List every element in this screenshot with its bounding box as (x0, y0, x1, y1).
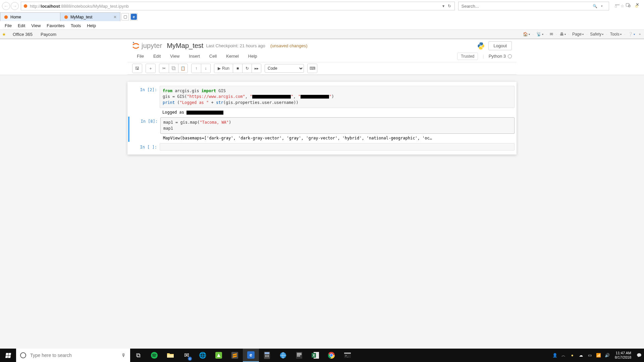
menu-help[interactable]: Help (84, 22, 99, 29)
window-minimize-icon[interactable]: — (615, 2, 620, 7)
spotify-icon[interactable] (146, 349, 162, 362)
home-dropdown[interactable]: 🏠 ▾ (522, 32, 531, 37)
menu-view[interactable]: View (29, 22, 43, 29)
svg-rect-18 (297, 353, 302, 354)
start-button[interactable] (0, 349, 16, 362)
new-tab-button[interactable]: ▢ (121, 13, 129, 20)
menu-favorites[interactable]: Favorites (44, 22, 67, 29)
search-icon[interactable]: 🔍 (593, 4, 597, 8)
restart-button[interactable]: ↻ (242, 64, 252, 73)
globe-icon[interactable]: 🌐 (195, 349, 211, 362)
search-dropdown-icon[interactable]: ▾ (601, 4, 603, 8)
favlink-paycom[interactable]: Paycom (37, 31, 60, 38)
add-cell-button[interactable]: ＋ (146, 64, 155, 73)
wifi-icon[interactable]: 📶 (595, 353, 601, 358)
window-close-icon[interactable]: ✕ (636, 2, 639, 7)
trusted-badge[interactable]: Trusted (457, 53, 478, 60)
code-cell-selected[interactable]: In [8]: map1 = gis.map("Tacoma, WA") map… (128, 117, 515, 142)
expand-icon[interactable]: » (638, 33, 642, 36)
cmd-icon[interactable]: >_ (339, 349, 356, 362)
code-input[interactable]: map1 = gis.map("Tacoma, WA") map1 (160, 117, 515, 134)
onedrive-icon[interactable]: ☁ (578, 353, 584, 358)
move-up-button[interactable]: ↑ (192, 64, 201, 73)
favorites-star-icon[interactable]: ★ (2, 32, 6, 37)
taskbar-search[interactable]: Type here to search 🎙 (16, 349, 130, 362)
run-button[interactable]: ▶ Run (214, 64, 233, 73)
page-menu[interactable]: Page ▾ (571, 32, 585, 37)
menu-edit[interactable]: Edit (15, 22, 28, 29)
battery-icon[interactable]: ▭ (587, 353, 593, 358)
chrome-icon[interactable] (323, 349, 339, 362)
feeds-dropdown[interactable]: 📡 ▾ (535, 32, 545, 37)
nb-menu-kernel[interactable]: Kernel (221, 51, 244, 61)
command-palette-button[interactable]: ⌨ (308, 64, 317, 73)
paste-button[interactable]: 📋 (178, 64, 187, 73)
task-view-icon[interactable]: ⧉ (130, 349, 146, 362)
nb-menu-help[interactable]: Help (244, 51, 262, 61)
sublime-icon[interactable] (227, 349, 243, 362)
save-button[interactable]: 🖫 (132, 64, 142, 73)
kernel-indicator[interactable]: Python 3 (489, 54, 512, 59)
jupyter-logo[interactable]: Jupyter (132, 42, 162, 50)
close-tab-icon[interactable]: ✕ (113, 15, 117, 19)
tab-label: Home (10, 15, 21, 19)
dropdown-icon[interactable]: ▾ (442, 4, 444, 8)
code-cell[interactable]: In [2]: from arcgis.gis import GIS gis =… (129, 85, 515, 116)
browser-search[interactable]: 🔍 ▾ (458, 2, 609, 10)
excel-icon[interactable]: X (307, 349, 323, 362)
tab-home[interactable]: Home (0, 12, 60, 21)
interrupt-button[interactable]: ■ (233, 64, 242, 73)
nb-menu-file[interactable]: File (132, 51, 149, 61)
restart-run-all-button[interactable]: ▸▸ (252, 64, 261, 73)
code-cell-empty[interactable]: In [ ]: (129, 142, 515, 151)
calculator-icon[interactable] (259, 349, 275, 362)
notebook-cells: In [2]: from arcgis.gis import GIS gis =… (127, 82, 517, 155)
refresh-icon[interactable]: ↻ (448, 4, 451, 8)
logout-button[interactable]: Logout (488, 41, 512, 50)
nb-menu-view[interactable]: View (165, 51, 184, 61)
cell-type-select[interactable]: Code Markdown Raw NBConvert Heading (265, 64, 304, 73)
nb-menu-cell[interactable]: Cell (205, 51, 221, 61)
notebook-menubar: File Edit View Insert Cell Kernel Help T… (127, 50, 517, 62)
menu-tools[interactable]: Tools (68, 22, 84, 29)
tray-up-icon[interactable]: ︿ (560, 353, 567, 358)
ie-toggle-button[interactable]: e (130, 13, 138, 20)
ie-taskbar-icon[interactable]: e (243, 349, 259, 362)
copy-button[interactable]: ⿻ (169, 64, 178, 73)
back-button[interactable]: ← (2, 2, 10, 10)
app-green-icon[interactable] (211, 349, 227, 362)
code-input[interactable]: from arcgis.gis import GIS gis = GIS("ht… (160, 86, 515, 108)
address-bar[interactable]: http://localhost:8888/notebooks/MyMap_te… (21, 2, 455, 10)
kernel-status-icon (508, 54, 512, 58)
cut-button[interactable]: ✂ (159, 64, 169, 73)
safety-menu[interactable]: Safety ▾ (589, 32, 605, 37)
browser-search-input[interactable] (461, 4, 593, 9)
favlink-office365[interactable]: Office 365 (9, 31, 36, 38)
mail-icon[interactable]: ✉ (548, 32, 554, 37)
nb-menu-edit[interactable]: Edit (149, 51, 165, 61)
code-input[interactable] (160, 143, 515, 150)
notebook-title[interactable]: MyMap_test (167, 42, 203, 50)
python-icon (477, 42, 485, 50)
forward-button[interactable]: → (11, 2, 19, 10)
window-maximize-icon[interactable]: ▢ (626, 2, 630, 7)
print-dropdown[interactable]: 🖶 ▾ (558, 32, 567, 37)
svg-point-12 (268, 355, 269, 356)
help-dropdown[interactable]: ❔ ▾ (627, 32, 636, 37)
mail-icon[interactable]: ✉8 (178, 349, 195, 362)
tools-menu[interactable]: Tools ▾ (609, 32, 623, 37)
microphone-icon[interactable]: 🎙 (121, 353, 126, 358)
volume-icon[interactable]: 🔊 (604, 353, 610, 358)
globe-app-icon[interactable] (275, 349, 291, 362)
tab-mymap-test[interactable]: MyMap_test ✕ (60, 12, 120, 21)
people-icon[interactable]: 👤 (552, 353, 558, 358)
nb-menu-insert[interactable]: Insert (184, 51, 205, 61)
clock[interactable]: 11:47 AM 8/17/2018 (613, 351, 633, 360)
notes-icon[interactable] (291, 349, 307, 362)
redacted-password (301, 95, 329, 99)
menu-file[interactable]: File (2, 22, 14, 29)
move-down-button[interactable]: ↓ (201, 64, 210, 73)
weather-icon[interactable]: ● (569, 353, 575, 358)
file-explorer-icon[interactable] (162, 349, 178, 362)
notifications-icon[interactable]: 💬 (636, 353, 642, 358)
